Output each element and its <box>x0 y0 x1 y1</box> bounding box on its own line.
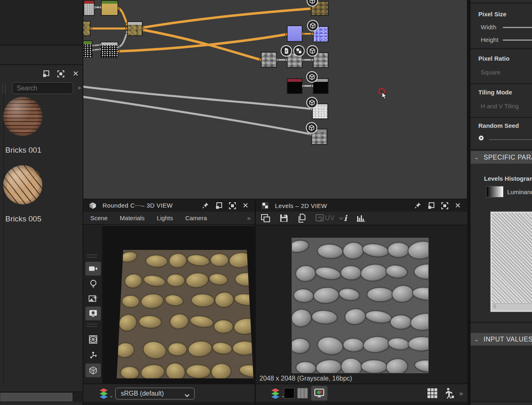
divider <box>471 149 532 150</box>
texture-size-status: 2048 x 2048 (Grayscale, 16bpc) <box>259 375 352 382</box>
geometry-button[interactable] <box>85 333 101 346</box>
scrollbar-thumb[interactable] <box>0 393 72 401</box>
divider <box>471 117 532 118</box>
cube-badge-icon[interactable] <box>306 97 318 108</box>
menu-lights[interactable]: Lights <box>157 215 173 221</box>
library-header: ✕ <box>0 66 83 81</box>
tile-grid-icon[interactable] <box>427 388 438 398</box>
save-icon[interactable] <box>279 214 288 223</box>
pixel-ratio-value[interactable]: Square <box>481 69 500 76</box>
checker-badge-icon[interactable] <box>293 45 305 57</box>
input-values-header[interactable]: ⌄ INPUT VALUES <box>471 333 532 346</box>
environment-image-icon <box>89 295 98 303</box>
display-settings-button[interactable] <box>85 306 101 320</box>
chevron-down-icon[interactable] <box>339 217 344 220</box>
chevron-down-icon: ⌄ <box>474 336 479 342</box>
node-gray-a[interactable] <box>261 52 277 67</box>
new-view-icon[interactable] <box>261 214 270 223</box>
environment-button[interactable] <box>85 292 101 306</box>
reload-texture-icon[interactable] <box>315 214 325 223</box>
maximize-window-icon[interactable] <box>229 201 236 210</box>
float-window-icon[interactable] <box>427 201 435 210</box>
random-seed-knob[interactable] <box>479 136 484 140</box>
tiling-mode-value[interactable]: H and V Tiling <box>481 103 519 109</box>
close-icon[interactable]: ✕ <box>71 69 80 78</box>
light-button[interactable] <box>85 277 101 291</box>
histogram-mode-value[interactable]: Luminance <box>507 188 532 195</box>
node-uniform-color-red[interactable] <box>84 0 94 15</box>
node-uniform-blue[interactable] <box>287 26 302 42</box>
tiling-mode-label: Tiling Mode <box>478 89 512 96</box>
bottombar-overflow-button[interactable]: » <box>459 390 463 398</box>
menubar-overflow-button[interactable]: » <box>247 215 251 221</box>
copy-icon[interactable] <box>297 214 306 223</box>
cube-badge-icon[interactable] <box>307 20 318 31</box>
search-input[interactable] <box>12 82 73 94</box>
height-slider[interactable] <box>503 39 532 41</box>
drag-handle-icon[interactable] <box>87 324 97 327</box>
histogram-icon[interactable] <box>356 214 366 222</box>
maximize-window-icon[interactable] <box>441 201 449 210</box>
width-label: Width <box>481 24 496 31</box>
close-icon[interactable]: ✕ <box>242 201 249 210</box>
cube-badge-icon[interactable] <box>306 122 317 134</box>
display-color-button[interactable] <box>311 386 327 401</box>
node-graph-canvas[interactable] <box>83 0 467 199</box>
pin-icon[interactable] <box>414 201 421 210</box>
menu-scene[interactable]: Scene <box>90 215 108 221</box>
node-speckle-blend[interactable] <box>101 42 118 58</box>
horizontal-scrollbar[interactable] <box>0 392 83 402</box>
node-uniform-dark-red[interactable] <box>287 79 302 94</box>
view3d-menubar: Scene Materials Lights Camera » <box>83 212 255 225</box>
input-values-body <box>471 346 532 401</box>
cursor-arrow-icon <box>382 92 387 100</box>
width-slider[interactable] <box>503 27 532 28</box>
mesh-cube-button[interactable] <box>85 363 101 377</box>
pin-icon[interactable] <box>202 201 209 210</box>
divider <box>471 48 532 49</box>
histogram-plot-area[interactable] <box>492 213 532 303</box>
node-dirt-source[interactable] <box>83 21 90 36</box>
levels-2d-texture <box>292 238 429 373</box>
mannequin-scale-icon[interactable] <box>444 387 454 399</box>
random-seed-label: Random Seed <box>478 122 519 129</box>
menu-camera[interactable]: Camera <box>185 215 207 221</box>
view3d-titlebar[interactable]: Rounded C⋯– 3D VIEW ✕ <box>83 199 255 212</box>
layers-color-icon[interactable] <box>270 387 281 399</box>
levels-histogram-widget[interactable]: 0 <box>490 211 532 313</box>
colorspace-select[interactable]: sRGB (default) <box>115 387 195 400</box>
maximize-window-icon[interactable] <box>56 69 65 78</box>
specific-parameters-header[interactable]: ⌄ SPECIFIC PARAMETERS <box>471 151 532 164</box>
transform-button[interactable] <box>85 348 101 362</box>
random-seed-track[interactable] <box>489 139 532 140</box>
view2d-titlebar[interactable]: Levels – 2D VIEW ✕ <box>256 199 467 212</box>
node-speckle-source[interactable] <box>83 41 92 57</box>
node-grunge-green[interactable] <box>101 0 118 15</box>
float-window-icon[interactable] <box>215 201 222 210</box>
close-icon[interactable]: ✕ <box>455 201 461 210</box>
camera-display-button[interactable] <box>85 262 101 276</box>
view2d-viewport[interactable]: 2048 x 2048 (Grayscale, 16bpc) <box>256 225 467 383</box>
drag-handle-icon[interactable] <box>87 254 97 258</box>
gradient-ramp-swatch[interactable] <box>486 186 504 197</box>
material-sphere-bricks-005[interactable] <box>3 165 42 204</box>
material-sphere-bricks-001[interactable] <box>3 97 42 136</box>
info-icon[interactable]: i <box>344 213 347 223</box>
monitor-color-icon <box>314 388 325 398</box>
library-search-row: » <box>0 81 83 96</box>
cube-badge-icon[interactable] <box>306 71 318 83</box>
doc-badge-icon[interactable] <box>281 45 292 57</box>
float-window-icon[interactable] <box>41 69 50 78</box>
uv-toggle[interactable]: UV <box>325 215 335 222</box>
menu-materials[interactable]: Materials <box>120 215 145 221</box>
node-dirt-blend[interactable] <box>127 22 142 36</box>
background-gray-swatch[interactable] <box>297 388 308 398</box>
layers-color-icon[interactable] <box>98 387 109 399</box>
divider <box>471 83 532 84</box>
view3d-viewport[interactable] <box>104 226 255 383</box>
section-header-label: SPECIFIC PARAMETERS <box>484 154 532 161</box>
pixel-size-label: Pixel Size <box>478 11 506 18</box>
cube-badge-icon[interactable] <box>307 45 318 57</box>
library-overflow-button[interactable]: » <box>78 84 81 91</box>
background-black-swatch[interactable] <box>284 388 294 398</box>
